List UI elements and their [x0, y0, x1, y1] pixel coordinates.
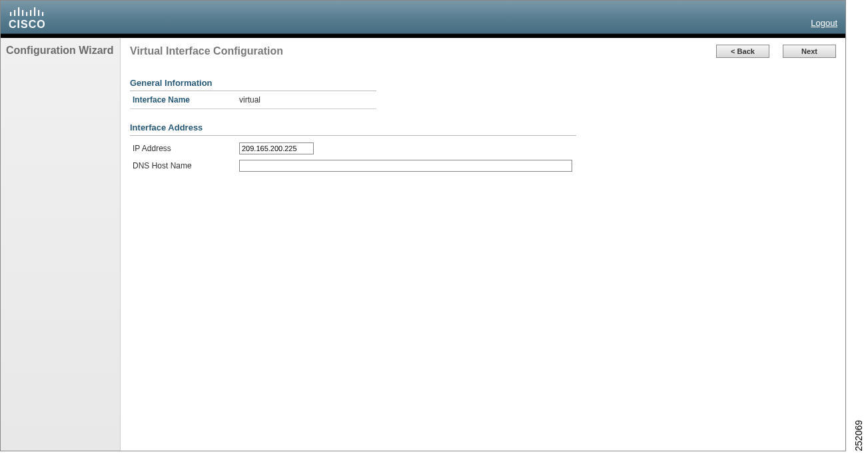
- body-area: Configuration Wizard Virtual Interface C…: [1, 38, 845, 451]
- image-id-label: 252069: [853, 420, 864, 451]
- header-bar: CISCO Logout: [1, 1, 845, 34]
- svg-rect-2: [18, 7, 19, 16]
- ip-address-row: IP Address: [130, 140, 576, 157]
- address-section-title: Interface Address: [130, 122, 576, 136]
- svg-rect-1: [14, 10, 15, 16]
- logout-link[interactable]: Logout: [811, 18, 837, 33]
- cisco-logo: CISCO: [9, 4, 51, 31]
- svg-rect-5: [30, 10, 31, 16]
- svg-rect-6: [34, 7, 35, 16]
- sidebar: Configuration Wizard: [1, 38, 121, 451]
- ip-address-label: IP Address: [133, 144, 239, 153]
- main-content: Virtual Interface Configuration < Back N…: [121, 38, 845, 451]
- general-information-section: General Information Interface Name virtu…: [130, 78, 376, 109]
- svg-rect-3: [22, 10, 23, 16]
- page-title: Virtual Interface Configuration: [130, 45, 283, 57]
- interface-name-value: virtual: [239, 95, 260, 105]
- nav-buttons: < Back Next: [716, 45, 836, 58]
- next-button[interactable]: Next: [783, 45, 836, 58]
- interface-name-row: Interface Name virtual: [130, 91, 376, 109]
- dns-host-name-row: DNS Host Name: [130, 157, 576, 174]
- general-section-title: General Information: [130, 78, 376, 91]
- dns-host-name-input[interactable]: [239, 160, 572, 172]
- interface-name-label: Interface Name: [133, 95, 239, 105]
- svg-rect-0: [10, 12, 11, 16]
- main-header: Virtual Interface Configuration < Back N…: [130, 45, 836, 58]
- svg-rect-4: [26, 12, 27, 16]
- dns-host-name-label: DNS Host Name: [133, 161, 239, 170]
- sidebar-title: Configuration Wizard: [6, 45, 115, 57]
- svg-text:CISCO: CISCO: [9, 19, 46, 30]
- interface-address-section: Interface Address IP Address DNS Host Na…: [130, 122, 576, 174]
- ip-address-input[interactable]: [239, 142, 314, 154]
- app-window: CISCO Logout Configuration Wizard Virtua…: [0, 0, 846, 451]
- back-button[interactable]: < Back: [716, 45, 769, 58]
- svg-rect-7: [38, 10, 39, 16]
- svg-rect-8: [42, 12, 43, 16]
